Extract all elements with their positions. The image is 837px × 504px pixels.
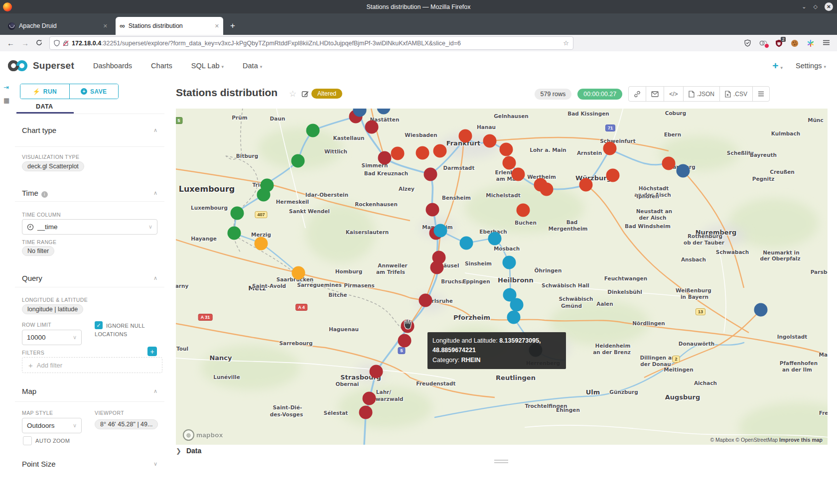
map-dot-mosel[interactable] [231, 207, 244, 220]
bookmark-star-icon[interactable]: ☆ [563, 39, 569, 47]
nav-sql-lab[interactable]: SQL Lab▾ [191, 62, 224, 70]
map-dot-main[interactable] [540, 183, 554, 196]
nav-charts[interactable]: Charts [151, 62, 172, 70]
map-dot-main[interactable] [517, 204, 530, 217]
map-dot-neckar[interactable] [434, 224, 447, 238]
extension-pinwheel-icon[interactable] [807, 39, 815, 47]
add-filter-dropzone[interactable]: + Add filter [22, 357, 162, 373]
ublock-origin-icon[interactable]: 2 [775, 39, 783, 47]
section-map[interactable]: Map∧ [22, 387, 157, 395]
map-dot-main[interactable] [579, 178, 593, 192]
map-dot-mosel[interactable] [291, 154, 305, 168]
tab-data[interactable]: DATA [36, 103, 53, 110]
collapse-dataset-panel-icon[interactable]: ⇥ [3, 84, 9, 91]
map-dot-saar[interactable] [292, 266, 305, 280]
window-maximize-icon[interactable]: ◇ [814, 3, 818, 10]
map-dot-main[interactable] [483, 134, 497, 148]
altered-badge[interactable]: Altered [311, 89, 342, 99]
map-dot-main[interactable] [459, 129, 472, 143]
map-dot-rhein[interactable] [398, 334, 412, 348]
map-dot-neckar[interactable] [503, 256, 516, 269]
url-bar[interactable]: 172.18.0.4:32251/superset/explore/?form_… [49, 36, 573, 50]
map-dot-mosel[interactable] [257, 188, 271, 202]
map-dot-neckar[interactable] [510, 298, 524, 312]
nav-dashboards[interactable]: Dashboards [93, 62, 132, 70]
cookie-extension-icon[interactable] [791, 39, 799, 47]
map-dot-main[interactable] [391, 147, 405, 160]
tab-close-icon[interactable]: ✕ [103, 23, 108, 29]
attrib-improve-link[interactable]: Improve this map [779, 437, 823, 443]
map-dot-neckar[interactable] [507, 311, 521, 324]
map-dot-rhein[interactable] [426, 203, 439, 217]
map-dot-main[interactable] [503, 156, 516, 170]
time-column-select[interactable]: __time ∨ [22, 219, 157, 235]
map-dot-rhein[interactable] [359, 406, 373, 419]
map-dot-mosel[interactable] [228, 227, 241, 240]
email-share-button[interactable] [646, 87, 664, 101]
map-dot-steel[interactable] [677, 164, 690, 178]
data-panel-toggle[interactable]: ❯ Data [176, 447, 201, 455]
map-dot-main[interactable] [433, 144, 447, 158]
nav-data[interactable]: Data▾ [243, 62, 262, 70]
reload-button[interactable] [36, 39, 42, 47]
forward-button[interactable]: → [21, 39, 29, 47]
export-csv-button[interactable]: .CSV [719, 87, 752, 101]
multi-account-containers-icon[interactable] [759, 39, 767, 47]
map-dot-main[interactable] [500, 143, 513, 156]
map-dot-rhein[interactable] [430, 261, 444, 274]
export-json-button[interactable]: .JSON [683, 87, 719, 101]
map-dot-neckar[interactable] [488, 232, 502, 246]
section-chart-type[interactable]: Chart type∧ [22, 126, 157, 134]
edit-properties-icon[interactable] [301, 90, 309, 100]
tab-apache-druid[interactable]: Apache Druid ✕ [4, 17, 112, 35]
nav-settings[interactable]: Settings▾ [796, 62, 826, 70]
shield-permissions-icon[interactable] [54, 40, 60, 46]
chart-menu-button[interactable] [752, 87, 769, 101]
map-dot-rhein[interactable] [424, 168, 437, 181]
map-dot-saar[interactable] [255, 237, 268, 251]
save-button[interactable]: + SAVE [69, 84, 119, 99]
map-style-select[interactable]: Outdoors ∨ [22, 418, 82, 433]
map-dot-main[interactable] [416, 146, 429, 160]
pocket-shield-icon[interactable] [744, 39, 751, 47]
insecure-lock-icon[interactable] [63, 40, 69, 46]
map-dot-main[interactable] [603, 142, 617, 155]
section-point-size[interactable]: Point Size∨ [22, 460, 157, 468]
add-filter-plus-button[interactable]: + [147, 347, 157, 356]
viewport-chip[interactable]: 8° 46' 45.28" | 49... [95, 419, 158, 429]
favorite-star-icon[interactable]: ☆ [289, 89, 296, 99]
map-canvas[interactable]: PrümDaunNastättenGelnhausenBad Kissingen… [176, 109, 828, 445]
new-chart-plus-button[interactable]: +▾ [772, 60, 783, 72]
section-time[interactable]: Timei ∧ [22, 189, 157, 198]
map-dot-rhein[interactable] [363, 392, 376, 405]
dataset-grid-icon[interactable]: ▦ [3, 97, 9, 104]
map-dot-rhein[interactable] [365, 121, 379, 134]
run-button[interactable]: ⚡ RUN [20, 84, 69, 99]
time-range-chip[interactable]: No filter [22, 246, 54, 256]
superset-logo[interactable]: Superset [7, 58, 74, 73]
mapbox-logo[interactable]: ◎ mapbox [183, 429, 223, 441]
map-dot-rhein[interactable] [370, 365, 383, 378]
map-dot-rhein[interactable] [378, 151, 392, 165]
browser-menu-icon[interactable] [823, 39, 830, 48]
map-dot-rhein[interactable] [419, 294, 432, 307]
map-dot-main[interactable] [662, 157, 676, 170]
map-dot-mosel[interactable] [306, 124, 320, 137]
back-button[interactable]: ← [7, 39, 14, 47]
row-limit-select[interactable]: 10000 ∨ [22, 330, 82, 345]
panel-resize-handle[interactable] [494, 460, 508, 465]
auto-zoom-checkbox[interactable] [23, 436, 32, 445]
section-query[interactable]: Query∧ [22, 274, 157, 282]
lonlat-chip[interactable]: longitude | latitude [22, 304, 83, 314]
map-dot-steel[interactable] [754, 303, 768, 317]
map-dot-neckar[interactable] [460, 237, 473, 250]
ignore-null-checkbox[interactable]: ✓ [95, 321, 103, 329]
attrib-osm[interactable]: © OpenStreetMap [735, 437, 778, 443]
viz-type-chip[interactable]: deck.gl Scatterplot [22, 161, 84, 171]
map-dot-main[interactable] [606, 169, 620, 182]
tab-stations-distribution[interactable]: ∞ Stations distribution ✕ [116, 17, 223, 35]
embed-code-button[interactable]: </> [664, 87, 683, 101]
tab-close-icon[interactable]: ✕ [215, 23, 219, 29]
attrib-mapbox[interactable]: © Mapbox [710, 437, 734, 443]
window-minimize-icon[interactable]: ⌄ [802, 3, 806, 10]
